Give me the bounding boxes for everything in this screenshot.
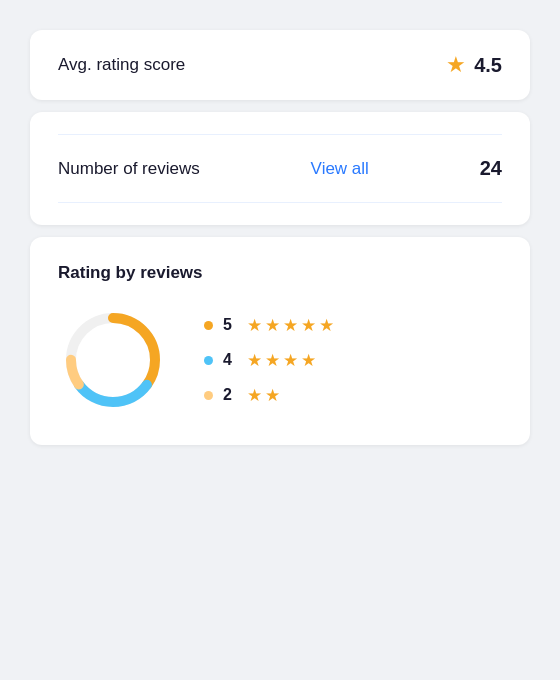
avg-rating-label: Avg. rating score xyxy=(58,55,185,75)
legend: 5 ★ ★ ★ ★ ★ 4 ★ ★ ★ xyxy=(204,315,334,406)
donut-chart xyxy=(58,305,168,415)
top-divider xyxy=(58,134,502,135)
star-4: ★ xyxy=(301,315,316,336)
star-2: ★ xyxy=(265,315,280,336)
reviews-label: Number of reviews xyxy=(58,159,200,179)
legend-item-2: 2 ★ ★ xyxy=(204,385,334,406)
legend-item-4: 4 ★ ★ ★ ★ xyxy=(204,350,334,371)
star-3: ★ xyxy=(283,315,298,336)
avg-rating-value: 4.5 xyxy=(474,54,502,77)
star-3: ★ xyxy=(283,350,298,371)
star-2: ★ xyxy=(265,385,280,406)
star-5: ★ xyxy=(319,315,334,336)
donut-svg xyxy=(58,305,168,415)
avg-star-icon: ★ xyxy=(446,52,466,78)
legend-score-4: 4 xyxy=(223,351,237,369)
rating-by-reviews-card: Rating by reviews xyxy=(30,237,530,445)
legend-score-5: 5 xyxy=(223,316,237,334)
rating-by-reviews-title: Rating by reviews xyxy=(58,263,502,283)
star-2: ★ xyxy=(265,350,280,371)
reviews-card: Number of reviews View all 24 xyxy=(30,112,530,225)
view-all-link[interactable]: View all xyxy=(311,159,369,179)
avg-rating-card: Avg. rating score ★ 4.5 xyxy=(30,30,530,100)
stars-row-4: ★ ★ ★ ★ xyxy=(247,350,316,371)
bottom-divider xyxy=(58,202,502,203)
star-1: ★ xyxy=(247,385,262,406)
star-4: ★ xyxy=(301,350,316,371)
main-container: Avg. rating score ★ 4.5 Number of review… xyxy=(30,30,530,445)
star-1: ★ xyxy=(247,350,262,371)
legend-dot-5 xyxy=(204,321,213,330)
stars-row-2: ★ ★ xyxy=(247,385,280,406)
legend-score-2: 2 xyxy=(223,386,237,404)
rating-body: 5 ★ ★ ★ ★ ★ 4 ★ ★ ★ xyxy=(58,305,502,415)
star-1: ★ xyxy=(247,315,262,336)
review-count: 24 xyxy=(480,157,502,180)
legend-dot-4 xyxy=(204,356,213,365)
stars-row-5: ★ ★ ★ ★ ★ xyxy=(247,315,334,336)
avg-rating-right: ★ 4.5 xyxy=(446,52,502,78)
legend-item-5: 5 ★ ★ ★ ★ ★ xyxy=(204,315,334,336)
legend-dot-2 xyxy=(204,391,213,400)
